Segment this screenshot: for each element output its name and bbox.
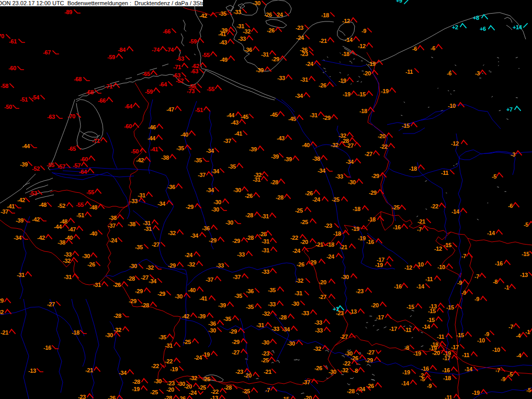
svg-text:-14: -14: [422, 324, 431, 330]
svg-text:+6: +6: [480, 26, 486, 32]
svg-text:-31: -31: [17, 272, 25, 278]
svg-text:-71: -71: [173, 64, 181, 70]
svg-text:-15: -15: [446, 304, 454, 311]
svg-text:-16: -16: [495, 260, 503, 267]
svg-text:-29: -29: [168, 262, 176, 269]
svg-text:-19: -19: [343, 91, 350, 97]
svg-text:-1: -1: [504, 284, 509, 291]
svg-text:-18: -18: [321, 12, 329, 18]
svg-text:-11: -11: [437, 334, 444, 340]
svg-text:-40: -40: [180, 131, 188, 138]
svg-text:-27: -27: [319, 294, 326, 300]
svg-text:-66: -66: [98, 97, 106, 104]
svg-text:-50: -50: [131, 148, 139, 154]
svg-text:-24: -24: [194, 354, 202, 361]
svg-text:-57: -57: [73, 162, 81, 169]
svg-text:-6: -6: [412, 46, 417, 52]
svg-text:-18: -18: [368, 216, 376, 223]
svg-text:-59: -59: [189, 38, 197, 45]
svg-text:-30: -30: [291, 301, 299, 307]
svg-text:-6: -6: [508, 203, 513, 209]
svg-text:-34: -34: [211, 168, 220, 174]
svg-text:-36: -36: [202, 225, 210, 231]
svg-text:-22: -22: [290, 235, 298, 241]
svg-text:-63: -63: [190, 68, 198, 74]
svg-text:-21: -21: [264, 369, 271, 375]
svg-text:-23: -23: [262, 350, 269, 357]
svg-text:-30: -30: [253, 0, 261, 6]
svg-text:-33: -33: [238, 36, 246, 42]
svg-text:-33: -33: [64, 251, 72, 258]
svg-text:-37: -37: [302, 379, 310, 385]
svg-text:-23: -23: [336, 310, 344, 316]
svg-text:-30: -30: [105, 332, 113, 338]
svg-text:-20: -20: [378, 133, 386, 139]
svg-text:-22: -22: [211, 389, 219, 395]
svg-text:-31: -31: [295, 290, 302, 296]
svg-text:-31: -31: [253, 176, 261, 183]
svg-text:-34: -34: [295, 93, 303, 99]
svg-text:-84: -84: [118, 47, 126, 53]
svg-text:-46: -46: [148, 124, 156, 130]
svg-text:-60: -60: [80, 156, 88, 162]
svg-text:-42: -42: [37, 235, 45, 241]
svg-text:-12: -12: [451, 140, 459, 147]
svg-text:-11: -11: [404, 327, 411, 333]
svg-text:-61: -61: [9, 38, 17, 45]
svg-text:-42: -42: [136, 157, 144, 163]
svg-text:-20: -20: [363, 70, 371, 76]
svg-text:-18: -18: [359, 108, 367, 114]
svg-text:-37: -37: [206, 276, 213, 283]
svg-text:-14: -14: [416, 283, 425, 290]
svg-text:-39: -39: [218, 302, 226, 308]
svg-text:-11: -11: [425, 276, 433, 282]
svg-text:-6: -6: [447, 70, 451, 76]
svg-text:-70: -70: [0, 33, 4, 39]
svg-text:-29: -29: [232, 339, 240, 345]
svg-text:-16: -16: [366, 239, 374, 245]
svg-text:-39: -39: [249, 146, 257, 152]
svg-text:-35: -35: [194, 157, 202, 163]
svg-text:-5: -5: [524, 221, 528, 228]
svg-text:-29: -29: [135, 288, 143, 294]
svg-text:-42: -42: [182, 313, 189, 319]
svg-text:-15: -15: [281, 396, 289, 399]
svg-text:-21: -21: [85, 367, 93, 373]
svg-text:-26: -26: [264, 12, 272, 18]
svg-text:-38: -38: [128, 221, 135, 227]
svg-text:-30: -30: [348, 179, 356, 185]
svg-text:-21: -21: [319, 38, 327, 44]
svg-text:-23: -23: [300, 51, 308, 57]
svg-text:-64: -64: [124, 103, 133, 109]
svg-text:-28: -28: [224, 384, 232, 391]
svg-text:-32: -32: [114, 327, 121, 333]
svg-text:-26: -26: [245, 193, 253, 199]
svg-text:-24: -24: [292, 248, 301, 254]
svg-text:-32: -32: [313, 346, 321, 352]
svg-text:-26: -26: [87, 261, 95, 268]
svg-text:-44: -44: [54, 224, 62, 230]
svg-text:-89: -89: [64, 9, 72, 15]
svg-text:-27: -27: [346, 142, 354, 149]
svg-text:-29: -29: [365, 357, 373, 363]
svg-text:-40: -40: [89, 230, 97, 237]
svg-text:24: 24: [277, 12, 284, 18]
svg-text:-40: -40: [188, 287, 196, 293]
svg-text:-39: -39: [284, 156, 292, 162]
svg-text:-20: -20: [300, 239, 308, 245]
svg-text:-15: -15: [402, 123, 410, 129]
svg-text:-1: -1: [525, 329, 530, 335]
svg-text:-31: -31: [261, 51, 269, 58]
svg-text:-6: -6: [431, 45, 435, 51]
svg-text:-4: -4: [516, 352, 522, 359]
svg-text:-29: -29: [232, 238, 240, 244]
svg-text:-55: -55: [47, 162, 54, 168]
svg-text:-34: -34: [206, 187, 214, 193]
svg-text:-25: -25: [300, 219, 308, 225]
svg-text:-7: -7: [474, 273, 479, 280]
svg-text:-20: -20: [432, 350, 440, 356]
svg-text:-28: -28: [347, 388, 355, 394]
svg-text:-32: -32: [341, 367, 348, 373]
svg-text:-35: -35: [246, 304, 254, 310]
svg-text:-30: -30: [208, 327, 216, 334]
